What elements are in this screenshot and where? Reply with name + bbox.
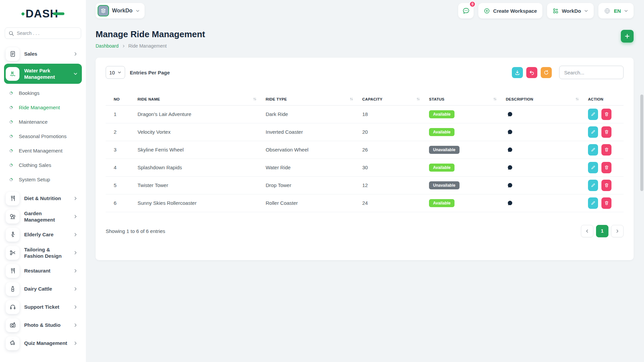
delete-ride-button[interactable] [601, 162, 611, 173]
delete-ride-button[interactable] [601, 197, 611, 209]
entries-per-page-select[interactable]: 10 [106, 66, 125, 79]
sidebar-item-photo-studio[interactable]: Photo & Studio [4, 317, 82, 334]
undo-button[interactable] [526, 67, 537, 78]
cell-no: 3 [106, 141, 138, 159]
page-scrollbar[interactable] [640, 95, 643, 191]
chevron-right-icon [615, 229, 620, 233]
delete-ride-button[interactable] [601, 126, 611, 138]
pagination-next-button[interactable] [611, 225, 624, 237]
column-label: ACTION [588, 97, 603, 101]
sidebar-search-input[interactable] [17, 31, 77, 36]
headset-icon [6, 300, 19, 314]
sidebar-item-elderly-care[interactable]: Elderly Care [4, 226, 82, 243]
sidebar-item-quiz-management[interactable]: Quiz Management [4, 335, 82, 352]
description-comment-button[interactable] [506, 147, 513, 153]
edit-ride-button[interactable] [588, 162, 598, 173]
sidebar-item-dairy-cattle[interactable]: Dairy Cattle [4, 281, 82, 297]
status-badge: Available [429, 128, 454, 136]
brand-logo[interactable]: DASH [0, 0, 86, 25]
description-comment-button[interactable] [506, 200, 513, 206]
delete-ride-button[interactable] [601, 180, 611, 191]
sidebar-subitem-clothing-sales[interactable]: Clothing Sales [0, 158, 86, 172]
pagination-prev-button[interactable] [581, 225, 593, 237]
topbar-actions: 0 Create Workspace WorkDo EN [458, 3, 634, 18]
cell-ride-type: Inverted Coaster [266, 123, 362, 141]
rides-table: NORIDE NAMERIDE TYPECAPACITYSTATUSDESCRI… [106, 93, 624, 212]
column-header-capacity[interactable]: CAPACITY [362, 93, 429, 105]
sidebar-item-support-ticket[interactable]: Support Ticket [4, 299, 82, 315]
pencil-icon [591, 183, 596, 188]
sidebar-subitem-ride-management[interactable]: Ride Management [0, 100, 86, 115]
card-toolbar: 10 Entries Per Page [106, 66, 624, 79]
pagination-page-1-button[interactable]: 1 [596, 225, 608, 237]
sidebar-item-sales[interactable]: Sales [4, 46, 82, 62]
table-row: 3Skyline Ferris WheelObservation Wheel26… [106, 141, 624, 159]
circle-progress-icon [9, 178, 13, 182]
sidebar-item-water-park-management[interactable]: Water Park Management [4, 64, 82, 84]
sidebar-item-label: Dairy Cattle [24, 286, 68, 292]
column-header-type[interactable]: RIDE TYPE [266, 93, 362, 105]
edit-ride-button[interactable] [588, 180, 598, 191]
tree-icon [6, 210, 19, 224]
column-header-status[interactable]: STATUS [429, 93, 506, 105]
sidebar-subitem-bookings[interactable]: Bookings [0, 86, 86, 100]
sidebar-subitem-maintenance[interactable]: Maintenance [0, 115, 86, 129]
sidebar-item-label: Support Ticket [24, 304, 68, 310]
sidebar-subitem-label: Event Management [19, 148, 62, 154]
delete-ride-button[interactable] [601, 109, 611, 120]
column-header-name[interactable]: RIDE NAME [138, 93, 266, 105]
chevron-down-icon [73, 71, 78, 76]
messages-count-badge: 0 [469, 1, 476, 7]
description-comment-button[interactable] [506, 129, 513, 135]
breadcrumb-dashboard-link[interactable]: Dashboard [96, 43, 119, 49]
edit-ride-button[interactable] [588, 109, 598, 120]
sidebar-subitem-system-setup[interactable]: System Setup [0, 172, 86, 187]
user-menu-button[interactable]: WorkDo [547, 3, 594, 18]
messages-button[interactable]: 0 [458, 3, 474, 18]
cell-capacity: 12 [362, 176, 429, 194]
description-comment-button[interactable] [506, 111, 513, 117]
cell-description [506, 141, 588, 159]
cell-capacity: 24 [362, 194, 429, 212]
cell-status: Available [429, 105, 506, 123]
topbar: WorkDo 0 Create Workspace WorkDo [96, 3, 634, 18]
export-button[interactable] [512, 67, 523, 78]
create-workspace-button[interactable]: Create Workspace [478, 3, 542, 18]
description-comment-button[interactable] [506, 165, 513, 170]
cell-ride-type: Roller Coaster [266, 194, 362, 212]
action-buttons [588, 162, 620, 173]
language-button[interactable]: EN [598, 3, 634, 18]
pencil-icon [591, 112, 596, 117]
sidebar-search[interactable] [5, 27, 81, 39]
add-ride-button[interactable] [621, 30, 634, 43]
refresh-button[interactable] [541, 67, 552, 78]
sidebar-subitem-seasonal-promotions[interactable]: Seasonal Promotions [0, 129, 86, 143]
sidebar-item-garden-management[interactable]: Garden Management [4, 208, 82, 225]
sort-icon [253, 97, 257, 101]
edit-ride-button[interactable] [588, 144, 598, 156]
description-comment-button[interactable] [506, 182, 513, 188]
sidebar-item-label: Garden Management [24, 210, 68, 223]
column-label: RIDE NAME [138, 97, 160, 101]
table-search-input[interactable] [559, 66, 624, 79]
sidebar-subitem-event-management[interactable]: Event Management [0, 143, 86, 158]
workspace-switcher[interactable]: WorkDo [96, 3, 145, 18]
cell-action [588, 141, 624, 159]
delete-ride-button[interactable] [601, 144, 611, 156]
utensils-icon [6, 192, 19, 205]
action-buttons [588, 126, 620, 138]
column-label: CAPACITY [362, 97, 382, 101]
logo-accent-bar [53, 12, 64, 15]
sidebar-subitem-label: Maintenance [19, 119, 48, 125]
create-workspace-label: Create Workspace [493, 8, 537, 14]
sidebar-item-tailoring-fashion-design[interactable]: Tailoring & Fashion Design [4, 244, 82, 261]
chevron-right-icon [122, 44, 125, 48]
sidebar-item-diet-nutrition[interactable]: Diet & Nutrition [4, 190, 82, 207]
sidebar-subitem-label: Ride Management [19, 105, 60, 110]
download-icon [515, 70, 520, 75]
cell-capacity: 26 [362, 141, 429, 159]
edit-ride-button[interactable] [588, 197, 598, 209]
column-header-description[interactable]: DESCRIPTION [506, 93, 588, 105]
edit-ride-button[interactable] [588, 126, 598, 138]
sidebar-item-restaurant[interactable]: Restaurant [4, 262, 82, 279]
